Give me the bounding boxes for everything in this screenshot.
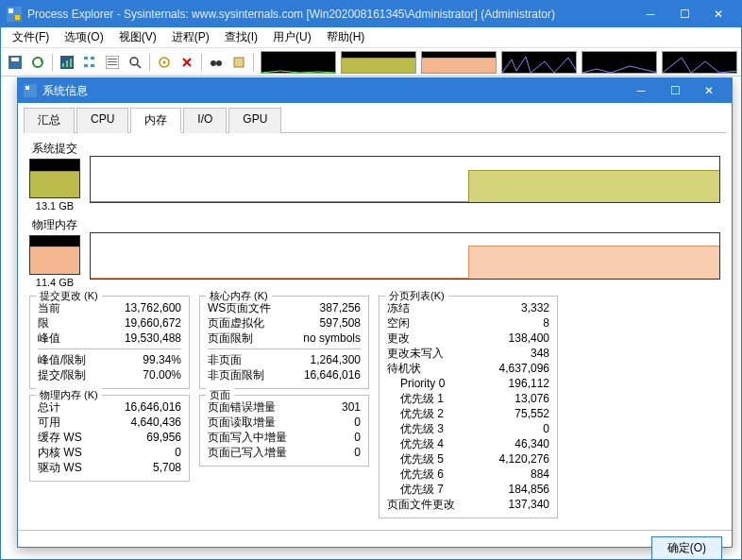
dialog-maximize-button[interactable]: ☐ [658, 78, 692, 103]
svg-rect-2 [15, 15, 20, 20]
tab-gpu[interactable]: GPU [228, 108, 281, 133]
dialog-tabs: 汇总 CPU 内存 I/O GPU [24, 107, 726, 133]
group-page: 页面 页面错误增量301 页面读取增量0 页面写入中增量0 页面已写入增量0 [199, 395, 369, 467]
svg-rect-16 [108, 61, 117, 62]
svg-rect-9 [70, 59, 72, 67]
dialog-body: 系统提交 13.1 GB 物理内存 11.4 GB [18, 133, 732, 530]
tab-cpu[interactable]: CPU [76, 108, 128, 133]
menu-users[interactable]: 用户(U) [265, 27, 319, 47]
svg-line-19 [137, 64, 141, 68]
dialog-icon [24, 84, 37, 97]
svg-point-21 [163, 60, 166, 63]
sysinfo-dialog: 系统信息 ─ ☐ ✕ 汇总 CPU 内存 I/O GPU 系统提交 13.1 G… [17, 77, 733, 548]
commit-label: 系统提交 [32, 141, 77, 157]
svg-rect-1 [8, 8, 13, 13]
menu-options[interactable]: 选项(O) [57, 27, 110, 47]
toolbar-chart-io3[interactable] [662, 51, 737, 74]
group-paging-list: 分页列表(K) 冻结3,332 空闲8 更改138,400 更改未写入348 待… [379, 296, 558, 518]
menu-help[interactable]: 帮助(H) [319, 27, 373, 47]
svg-rect-13 [91, 64, 94, 67]
group-phys: 物理内存 (K) 总计16,646,016 可用4,640,436 缓存 WS6… [29, 395, 190, 482]
svg-rect-15 [108, 59, 117, 59]
tree-icon[interactable] [79, 52, 100, 73]
menu-process[interactable]: 进程(P) [164, 27, 217, 47]
tab-memory[interactable]: 内存 [130, 108, 181, 133]
toolbar [1, 48, 741, 76]
sysinfo-icon[interactable] [57, 52, 77, 73]
toolbar-chart-io1[interactable] [501, 51, 577, 74]
save-icon[interactable] [5, 52, 25, 73]
group-kernel: 核心内存 (K) WS页面文件387,256 页面虚拟化597,508 页面限制… [199, 296, 369, 389]
toolbar-chart-io2[interactable] [582, 51, 657, 74]
toolbar-chart-phys[interactable] [421, 51, 497, 74]
kill-icon[interactable] [177, 52, 197, 73]
maximize-button[interactable]: ☐ [667, 2, 701, 26]
dialog-title: 系统信息 [42, 83, 624, 99]
refresh-icon[interactable] [27, 52, 48, 73]
dialog-footer: 确定(O) [18, 530, 732, 560]
svg-rect-17 [108, 64, 117, 65]
svg-rect-10 [84, 57, 88, 59]
phys-history-chart [90, 232, 720, 280]
toolbar-chart-cpu[interactable] [261, 51, 336, 74]
phys-small-chart: 物理内存 11.4 GB [29, 217, 80, 288]
main-title: Process Explorer - Sysinternals: www.sys… [27, 8, 633, 21]
commit-value: 13.1 GB [36, 200, 74, 212]
svg-point-18 [130, 58, 138, 65]
close-button[interactable]: ✕ [701, 2, 735, 26]
dialog-minimize-button[interactable]: ─ [624, 78, 658, 103]
binoculars-icon[interactable] [206, 52, 227, 73]
tab-io[interactable]: I/O [183, 108, 227, 133]
svg-rect-26 [234, 58, 244, 67]
menubar: 文件(F) 选项(O) 视图(V) 进程(P) 查找(I) 用户(U) 帮助(H… [1, 27, 741, 48]
toolbar-chart-commit[interactable] [341, 51, 416, 74]
tab-summary[interactable]: 汇总 [24, 108, 75, 133]
target-icon[interactable] [154, 52, 175, 73]
svg-point-25 [216, 60, 222, 66]
ok-button[interactable]: 确定(O) [651, 536, 722, 560]
group-commit-change: 提交更改 (K) 当前13,762,600 限19,660,672 峰值19,5… [29, 296, 190, 389]
properties-icon[interactable] [102, 52, 123, 73]
phys-value: 11.4 GB [36, 277, 74, 288]
dialog-titlebar[interactable]: 系统信息 ─ ☐ ✕ [18, 78, 732, 103]
menu-view[interactable]: 视图(V) [111, 27, 164, 47]
minimize-button[interactable]: ─ [633, 2, 667, 26]
menu-find[interactable]: 查找(I) [217, 27, 265, 47]
main-titlebar[interactable]: Process Explorer - Sysinternals: www.sys… [1, 1, 741, 27]
svg-rect-4 [11, 58, 19, 61]
commit-small-chart: 系统提交 13.1 GB [29, 141, 80, 212]
svg-rect-11 [91, 57, 94, 59]
svg-rect-12 [84, 64, 88, 67]
dialog-close-button[interactable]: ✕ [692, 78, 726, 103]
svg-rect-28 [25, 86, 29, 90]
commit-history-chart [90, 156, 720, 203]
svg-rect-7 [62, 63, 64, 67]
phys-label: 物理内存 [32, 217, 77, 233]
svg-rect-8 [66, 60, 68, 67]
dll-icon[interactable] [228, 52, 249, 73]
menu-file[interactable]: 文件(F) [5, 27, 57, 47]
svg-point-24 [211, 60, 216, 66]
find-icon[interactable] [125, 52, 145, 73]
app-icon [7, 7, 22, 22]
